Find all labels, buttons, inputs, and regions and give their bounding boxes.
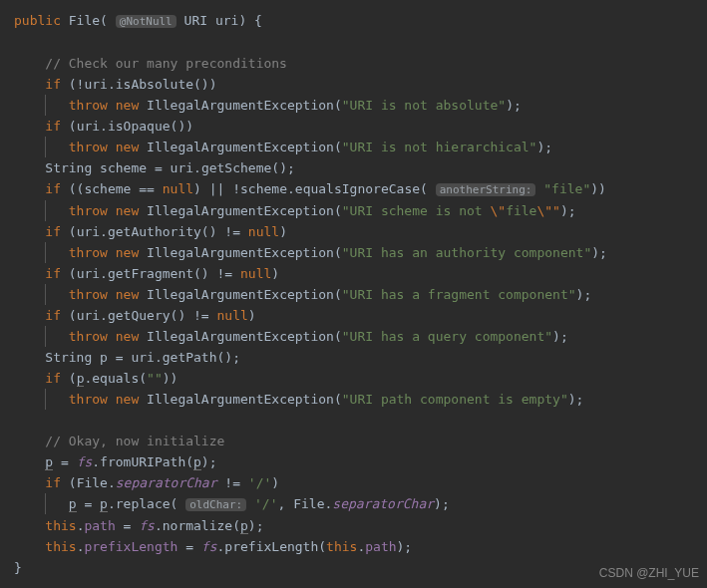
keyword-public: public (14, 13, 61, 28)
line: p = fs.fromURIPath(p); (14, 454, 217, 470)
line: throw new IllegalArgumentException("URI … (14, 140, 552, 154)
line: // Okay, now initialize (14, 434, 224, 448)
line: if (p.equals("")) (14, 371, 177, 387)
param-name: uri (215, 13, 238, 28)
line: throw new IllegalArgumentException("URI … (14, 329, 568, 344)
line: public File( @NotNull URI uri) { (14, 13, 262, 28)
line: if (uri.getFragment() != null) (14, 266, 279, 281)
annotation-hint: @NotNull (116, 15, 177, 28)
class-name: File (69, 13, 100, 28)
line: if (uri.getAuthority() != null) (14, 224, 287, 239)
line: String p = uri.getPath(); (14, 350, 240, 365)
line: if (uri.isOpaque()) (14, 119, 193, 134)
line: String scheme = uri.getScheme(); (14, 160, 295, 175)
line: if ((scheme == null) || !scheme.equalsIg… (14, 181, 606, 196)
line: throw new IllegalArgumentException("URI … (14, 245, 607, 260)
line: throw new IllegalArgumentException("URI … (14, 203, 576, 218)
param-hint: oldChar: (185, 498, 246, 511)
line: throw new IllegalArgumentException("URI … (14, 98, 522, 113)
line: this.prefixLength = fs.prefixLength(this… (14, 539, 412, 554)
line: } (14, 560, 22, 575)
line: throw new IllegalArgumentException("URI … (14, 392, 583, 407)
line: p = p.replace( oldChar: '/', File.separa… (14, 496, 450, 511)
line: if (!uri.isAbsolute()) (14, 77, 217, 92)
line: if (uri.getQuery() != null) (14, 308, 256, 323)
param-type: URI (184, 13, 207, 28)
param-hint: anotherString: (436, 183, 536, 196)
line: if (File.separatorChar != '/') (14, 475, 279, 490)
line: this.path = fs.normalize(p); (14, 518, 264, 534)
comment: // Check our many preconditions (45, 56, 287, 71)
line: // Check our many preconditions (14, 56, 287, 71)
comment: // Okay, now initialize (45, 434, 224, 448)
watermark: CSDN @ZHI_YUE (599, 563, 699, 584)
code-block: public File( @NotNull URI uri) { // Chec… (0, 0, 707, 578)
line: throw new IllegalArgumentException("URI … (14, 287, 591, 302)
